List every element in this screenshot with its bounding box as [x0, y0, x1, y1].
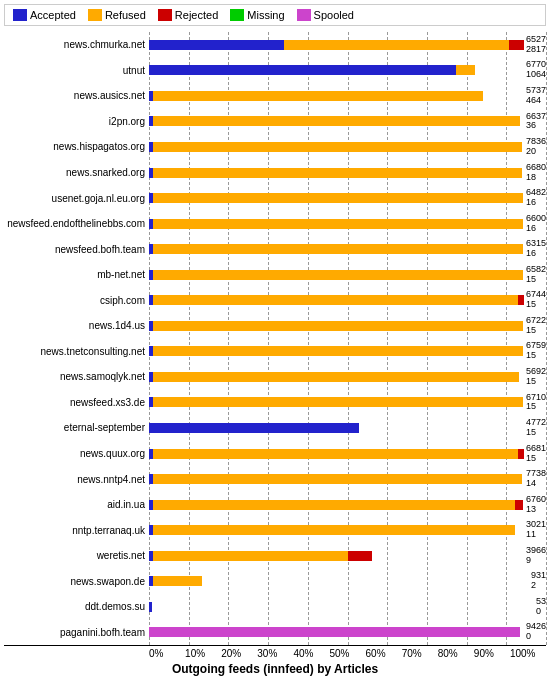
bar-row: 674415	[149, 287, 546, 313]
bar-stack	[149, 193, 524, 203]
bar-value-bottom: 15	[526, 275, 546, 285]
legend-color	[230, 9, 244, 21]
bar-value-labels: 671015	[526, 393, 546, 413]
x-tick: 50%	[329, 646, 365, 659]
bar-row: 631516	[149, 236, 546, 262]
bar-value-bottom: 16	[526, 224, 546, 234]
bar-segment-refused	[153, 270, 523, 280]
bar-value-bottom: 36	[526, 121, 546, 131]
legend-item-accepted: Accepted	[13, 9, 76, 21]
bar-stack	[149, 397, 524, 407]
bar-segment-accepted	[149, 65, 456, 75]
bar-value-bottom: 15	[526, 300, 546, 310]
legend-item-missing: Missing	[230, 9, 284, 21]
bar-stack	[149, 116, 524, 126]
y-label: newsfeed.endofthelinebbs.com	[4, 211, 149, 237]
bar-stack	[149, 551, 524, 561]
bar-stack	[149, 423, 524, 433]
bar-value-labels: 660016	[526, 214, 546, 234]
bar-value-bottom: 14	[526, 479, 546, 489]
bar-value-bottom: 0	[526, 632, 546, 642]
bar-value-bottom: 11	[526, 530, 546, 540]
bar-value-bottom: 464	[526, 96, 546, 106]
legend-color	[158, 9, 172, 21]
bar-value-labels: 65272817	[526, 35, 546, 55]
bar-segment-accepted	[149, 602, 152, 612]
legend-label: Missing	[247, 9, 284, 21]
bar-value-labels: 302111	[526, 520, 546, 540]
y-label: newsfeed.bofh.team	[4, 236, 149, 262]
y-label: news.chmurka.net	[4, 32, 149, 58]
bar-segment-refused	[153, 91, 483, 101]
bar-value-labels: 668115	[526, 444, 546, 464]
y-label: nntp.terranaq.uk	[4, 517, 149, 543]
x-tick: 70%	[402, 646, 438, 659]
y-label: news.ausics.net	[4, 83, 149, 109]
bar-stack	[149, 474, 524, 484]
bar-stack	[149, 91, 524, 101]
bar-value-labels: 569215	[526, 367, 546, 387]
bar-row: 477215	[149, 415, 546, 441]
bar-stack	[149, 525, 524, 535]
bar-value-labels: 663736	[526, 112, 546, 132]
y-label: news.1d4.us	[4, 313, 149, 339]
bar-row: 671015	[149, 390, 546, 416]
bar-stack	[149, 500, 524, 510]
legend-color	[13, 9, 27, 21]
bar-row: 783620	[149, 134, 546, 160]
y-labels: news.chmurka.netutnutnews.ausics.neti2pn…	[4, 32, 149, 645]
bars-area: 6527281767701064573746466373678362066801…	[149, 32, 546, 645]
bar-row: 675915	[149, 339, 546, 365]
bar-segment-refused	[153, 576, 202, 586]
bar-value-labels: 530	[536, 597, 546, 617]
bar-segment-refused	[153, 525, 515, 535]
bar-row: 663736	[149, 109, 546, 135]
bar-segment-refused	[153, 372, 520, 382]
bar-stack	[149, 244, 524, 254]
bar-stack	[149, 576, 529, 586]
grid-line	[546, 32, 547, 645]
x-axis: 0%10%20%30%40%50%60%70%80%90%100%	[4, 645, 546, 659]
bar-segment-refused	[153, 116, 520, 126]
y-label: csiph.com	[4, 287, 149, 313]
bar-row: 660016	[149, 211, 546, 237]
bar-value-bottom: 2817	[526, 45, 546, 55]
bar-value-labels: 648216	[526, 188, 546, 208]
bar-value-bottom: 15	[526, 326, 546, 336]
bar-row: 569215	[149, 364, 546, 390]
bar-value-labels: 674415	[526, 290, 546, 310]
bar-segment-refused	[153, 551, 348, 561]
bar-row: 94260	[149, 620, 546, 646]
y-label: news.quux.org	[4, 441, 149, 467]
bar-value-labels: 631516	[526, 239, 546, 259]
y-label: utnut	[4, 58, 149, 84]
legend-color	[297, 9, 311, 21]
chart-area: news.chmurka.netutnutnews.ausics.neti2pn…	[0, 30, 550, 645]
bar-value-labels: 668018	[526, 163, 546, 183]
bar-value-labels: 9312	[531, 571, 546, 591]
bar-stack	[149, 602, 534, 612]
bar-segment-refused	[153, 193, 523, 203]
bar-stack	[149, 219, 524, 229]
bar-stack	[149, 372, 524, 382]
chart-container: AcceptedRefusedRejectedMissingSpooled ne…	[0, 0, 550, 680]
bar-segment-accepted	[149, 423, 359, 433]
bar-segment-refused	[153, 142, 522, 152]
bar-value-bottom: 15	[526, 454, 546, 464]
bar-segment-refused	[284, 40, 509, 50]
bar-segment-refused	[153, 397, 523, 407]
bar-row: 9312	[149, 568, 546, 594]
bar-value-labels: 67701064	[526, 60, 546, 80]
bar-value-bottom: 16	[526, 249, 546, 259]
bar-row: 65272817	[149, 32, 546, 58]
bar-segment-refused	[153, 474, 522, 484]
bar-segment-refused	[153, 346, 523, 356]
legend-item-refused: Refused	[88, 9, 146, 21]
y-label: mb-net.net	[4, 262, 149, 288]
bar-value-bottom: 15	[526, 377, 546, 387]
bar-value-labels: 94260	[526, 622, 546, 642]
x-tick: 100%	[510, 646, 546, 659]
bar-segment-rejected	[509, 40, 524, 50]
bar-row: 67701064	[149, 58, 546, 84]
bar-segment-accepted	[149, 40, 284, 50]
